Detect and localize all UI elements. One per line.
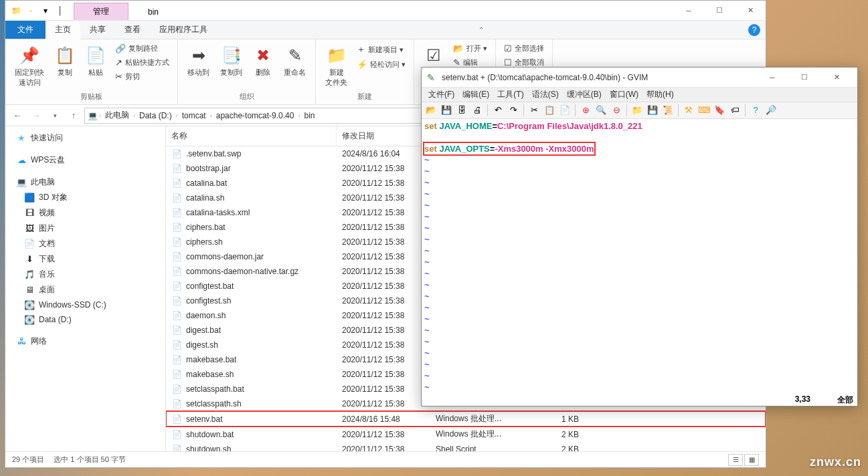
new-item-button[interactable]: ＋新建项目 ▾ — [354, 42, 408, 57]
new-item-icon: ＋ — [357, 43, 365, 55]
view-large-button[interactable]: ▦ — [744, 454, 759, 466]
tab-tools[interactable]: 应用程序工具 — [150, 21, 217, 39]
file-name: catalina.bat — [186, 178, 227, 188]
crumb-tomcat[interactable]: tomcat — [179, 111, 209, 120]
gvim-maximize-button[interactable]: ☐ — [789, 68, 820, 88]
titlebar-tab-manage[interactable]: 管理 — [74, 3, 128, 20]
gvim-editor[interactable]: set JAVA_HOME=C:\Program Files\Java\jdk1… — [422, 119, 857, 394]
explorer-titlebar[interactable]: 📁 ▫ ▾ │ 管理 bin ─ ☐ ✕ — [5, 1, 766, 21]
col-date[interactable]: 修改日期 — [337, 126, 430, 146]
tb-session-icon[interactable]: 📁 — [630, 104, 644, 117]
gvim-menu-item[interactable]: 语法(S) — [528, 88, 563, 102]
tb-open-icon[interactable]: 📂 — [424, 104, 438, 117]
crumb-bin[interactable]: bin — [301, 111, 317, 120]
tb-replace-icon[interactable]: ⊖ — [610, 104, 623, 117]
copy-to-button[interactable]: 📑复制到 — [216, 42, 246, 80]
sidebar-item[interactable]: 🎞视频 — [5, 205, 165, 221]
sidebar-item[interactable]: 🎵音乐 — [5, 267, 165, 282]
tb-help-icon[interactable]: ? — [749, 104, 762, 117]
chevron-right-icon[interactable]: › — [98, 112, 102, 119]
tb-findhelp-icon[interactable]: 🔎 — [764, 104, 778, 117]
view-details-button[interactable]: ☰ — [728, 454, 743, 466]
crumb-data[interactable]: Data (D:) — [137, 111, 175, 120]
gvim-menu-item[interactable]: 帮助(H) — [642, 88, 678, 102]
tb-sessionsave-icon[interactable]: 💾 — [646, 104, 659, 117]
file-row[interactable]: 📄shutdown.sh 2020/11/12 15:38 Shell Scri… — [166, 442, 766, 451]
rename-button[interactable]: ✎重命名 — [280, 42, 310, 80]
tb-copy-icon[interactable]: 📋 — [543, 104, 556, 117]
pc-icon: 💻 — [88, 111, 98, 120]
file-row[interactable]: 📄setenv.bat 2024/8/16 15:48 Windows 批处理.… — [166, 411, 766, 427]
gvim-menu-item[interactable]: 缓冲区(B) — [563, 88, 606, 102]
open-button[interactable]: 📂打开 ▾ — [450, 42, 490, 55]
sidebar-item-icon: 🟦 — [24, 193, 35, 203]
sidebar-quick-access[interactable]: ★快速访问 — [5, 130, 165, 146]
tb-make-icon[interactable]: ⚒ — [682, 104, 695, 117]
crumb-thispc[interactable]: 此电脑 — [102, 110, 132, 121]
minimize-button[interactable]: ─ — [673, 1, 704, 21]
tb-undo-icon[interactable]: ↶ — [491, 104, 505, 117]
gvim-menu-item[interactable]: 编辑(E) — [458, 88, 493, 102]
gvim-menu-item[interactable]: 窗口(W) — [606, 88, 642, 102]
pin-button[interactable]: 📌固定到快 速访问 — [11, 42, 48, 90]
tb-find-icon[interactable]: ⊕ — [579, 104, 592, 117]
close-button[interactable]: ✕ — [735, 1, 766, 21]
tilde-line: ~ — [424, 234, 855, 245]
tab-view[interactable]: 查看 — [115, 21, 150, 39]
back-button[interactable]: ← — [9, 108, 25, 124]
tb-saveall-icon[interactable]: 🗄 — [455, 104, 468, 117]
sidebar-item[interactable]: 🖼图片 — [5, 221, 165, 236]
paste-button[interactable]: 📄粘贴 — [82, 42, 110, 80]
sidebar-item[interactable]: 🖥桌面 — [5, 282, 165, 298]
tab-file[interactable]: 文件 — [5, 21, 46, 39]
tilde-line: ~ — [424, 314, 855, 325]
file-type: Windows 批处理... — [430, 412, 531, 426]
tb-redo-icon[interactable]: ↷ — [507, 104, 520, 117]
maximize-button[interactable]: ☐ — [704, 1, 735, 21]
copy-button[interactable]: 📋复制 — [51, 42, 79, 80]
tb-cut-icon[interactable]: ✂ — [527, 104, 541, 117]
crumb-apache[interactable]: apache-tomcat-9.0.40 — [213, 111, 297, 120]
gvim-menu-item[interactable]: 文件(F) — [424, 88, 458, 102]
delete-button[interactable]: ✖删除 — [249, 42, 277, 80]
tilde-line: ~ — [424, 223, 855, 234]
sidebar-thispc[interactable]: 💻此电脑 — [5, 174, 165, 190]
sidebar-network[interactable]: 🖧网络 — [5, 334, 165, 349]
collapse-ribbon-icon[interactable]: ⌃ — [479, 26, 484, 33]
cut-button[interactable]: ✂剪切 — [112, 70, 172, 83]
file-row[interactable]: 📄shutdown.bat 2020/11/12 15:38 Windows 批… — [166, 427, 766, 442]
paste-shortcut-button[interactable]: ↗粘贴快捷方式 — [112, 56, 172, 69]
tb-ctags-icon[interactable]: 🔖 — [713, 104, 726, 117]
up-button[interactable]: ↑ — [66, 108, 82, 124]
recent-button[interactable]: ▾ — [47, 108, 63, 124]
copy-path-button[interactable]: 🔗复制路径 — [112, 42, 172, 55]
forward-button[interactable]: → — [28, 108, 44, 124]
sidebar-item[interactable]: ⬇下载 — [5, 251, 165, 267]
sidebar-item[interactable]: 💽Data (D:) — [5, 312, 165, 327]
gvim-close-button[interactable]: ✕ — [821, 68, 852, 88]
tb-paste-icon[interactable]: 📄 — [558, 104, 572, 117]
tb-findnext-icon[interactable]: 🔍 — [594, 104, 608, 117]
help-icon[interactable]: ? — [748, 24, 760, 36]
tab-home[interactable]: 主页 — [46, 21, 80, 39]
gvim-titlebar[interactable]: ✎ setenv.bat + (D:\tomcat\apache-tomcat-… — [422, 68, 857, 88]
move-to-button[interactable]: ➡移动到 — [183, 42, 213, 80]
select-all-button[interactable]: ☑全部选择 — [501, 42, 547, 55]
tb-script-icon[interactable]: 📜 — [661, 104, 675, 117]
new-folder-button[interactable]: 📁新建 文件夹 — [321, 42, 351, 90]
tb-save-icon[interactable]: 💾 — [440, 104, 453, 117]
sidebar-item[interactable]: 📄文档 — [5, 236, 165, 251]
sidebar-item[interactable]: 💽Windows-SSD (C:) — [5, 298, 165, 312]
tb-shell-icon[interactable]: ⌨ — [697, 104, 711, 117]
gvim-menu-item[interactable]: 工具(T) — [493, 88, 527, 102]
tb-tag-icon[interactable]: 🏷 — [728, 104, 742, 117]
tb-print-icon[interactable]: 🖨 — [470, 104, 484, 117]
file-name: .setenv.bat.swp — [186, 149, 242, 158]
tab-share[interactable]: 共享 — [80, 21, 115, 39]
dropdown-icon[interactable]: ▾ — [39, 4, 52, 17]
easy-access-button[interactable]: ⚡轻松访问 ▾ — [354, 58, 408, 71]
sidebar-wps[interactable]: ☁WPS云盘 — [5, 152, 165, 168]
col-name[interactable]: 名称 — [166, 126, 337, 146]
gvim-minimize-button[interactable]: ─ — [757, 68, 788, 88]
sidebar-item[interactable]: 🟦3D 对象 — [5, 190, 165, 205]
